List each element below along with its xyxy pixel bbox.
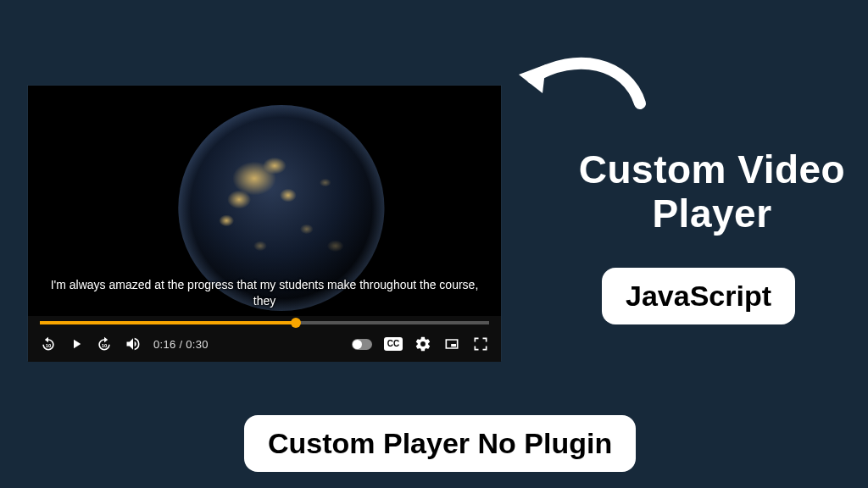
settings-button[interactable] [415, 336, 431, 352]
captions-button[interactable]: CC [384, 337, 403, 351]
fullscreen-button[interactable] [472, 336, 489, 352]
time-display: 0:16 / 0:30 [153, 338, 209, 351]
fullscreen-icon [472, 336, 489, 352]
svg-point-11 [327, 240, 344, 252]
controls-bar: 10 10 0:16 / 0:30 [28, 316, 501, 362]
miniplayer-icon [443, 336, 460, 352]
svg-point-7 [219, 214, 234, 226]
headline-text: Custom Video Player [542, 148, 868, 236]
rewind-icon: 10 [40, 336, 57, 352]
rewind-10-button[interactable]: 10 [40, 336, 57, 352]
svg-point-4 [227, 191, 251, 209]
tag-javascript: JavaScript [602, 268, 795, 324]
play-icon [69, 336, 84, 352]
video-frame[interactable]: I'm always amazed at the progress that m… [28, 86, 501, 316]
svg-point-5 [263, 158, 287, 175]
svg-point-8 [300, 224, 314, 234]
caption-text: I'm always amazed at the progress that m… [28, 277, 501, 309]
tag-no-plugin: Custom Player No Plugin [244, 415, 636, 472]
svg-point-6 [280, 189, 297, 202]
autoplay-toggle[interactable] [352, 339, 372, 350]
volume-button[interactable] [125, 336, 142, 352]
svg-text:10: 10 [102, 343, 107, 348]
toggle-icon [352, 339, 372, 350]
miniplayer-button[interactable] [443, 336, 460, 352]
play-button[interactable] [69, 336, 84, 352]
forward-icon: 10 [96, 336, 113, 352]
forward-10-button[interactable]: 10 [96, 336, 113, 352]
svg-point-9 [320, 179, 331, 187]
gear-icon [415, 336, 431, 352]
arrow-icon [509, 44, 653, 129]
seek-bar[interactable] [40, 321, 489, 324]
video-player: I'm always amazed at the progress that m… [27, 85, 502, 361]
cc-icon: CC [384, 337, 403, 351]
svg-point-10 [253, 241, 267, 251]
seek-bar-fill [40, 321, 296, 324]
svg-text:10: 10 [46, 343, 51, 348]
volume-icon [125, 336, 142, 352]
